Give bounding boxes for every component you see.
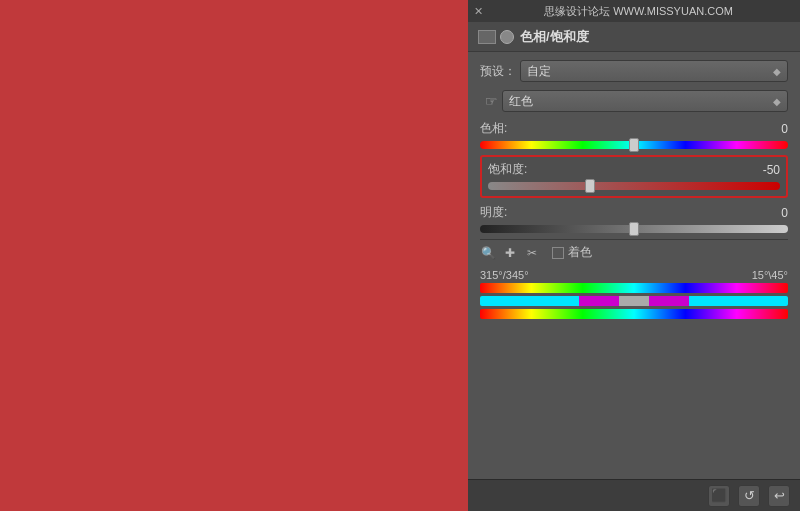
bar-seg-5	[689, 296, 788, 306]
sat-label-row: 饱和度: -50	[488, 161, 780, 178]
reset-button[interactable]: ↺	[738, 485, 760, 507]
panel-content: 预设： 自定 ◆ ☞ 红色 ◆ 色相: 0	[468, 52, 800, 479]
layers-button[interactable]: ⬛	[708, 485, 730, 507]
bottom-toolbar: ⬛ ↺ ↩	[468, 479, 800, 511]
eyedropper-add-icon[interactable]: ✚	[502, 245, 518, 261]
colorize-row: 🔍 ✚ ✂ 着色	[480, 244, 788, 261]
close-button[interactable]: ✕	[474, 5, 483, 18]
panel-icon1	[478, 30, 496, 44]
preset-label: 预设：	[480, 63, 520, 80]
light-label: 明度:	[480, 204, 507, 221]
top-bar: ✕ 思缘设计论坛 WWW.MISSYUAN.COM	[468, 0, 800, 22]
colorize-checkbox-area: 着色	[552, 244, 592, 261]
light-label-row: 明度: 0	[480, 204, 788, 221]
hue-label-row: 色相: 0	[480, 120, 788, 137]
right-panel: ✕ 思缘设计论坛 WWW.MISSYUAN.COM 色相/饱和度 预设： 自定 …	[468, 0, 800, 511]
sat-thumb[interactable]	[585, 179, 595, 193]
color-dropdown[interactable]: 红色 ◆	[502, 90, 788, 112]
rainbow-bar-top	[480, 283, 788, 293]
hue-label: 色相:	[480, 120, 507, 137]
bar-seg-2	[579, 296, 619, 306]
preset-value: 自定	[527, 63, 551, 80]
colorize-label: 着色	[568, 244, 592, 261]
lightness-section: 明度: 0	[480, 204, 788, 233]
gradient-bar-complex	[480, 296, 788, 306]
bar-seg-3	[619, 296, 649, 306]
hue-value: 0	[758, 122, 788, 136]
top-bar-title: 思缘设计论坛 WWW.MISSYUAN.COM	[483, 4, 794, 19]
preset-dropdown[interactable]: 自定 ◆	[520, 60, 788, 82]
sat-slider-track[interactable]	[488, 182, 780, 190]
back-button[interactable]: ↩	[768, 485, 790, 507]
range-right-label: 15°\45°	[752, 269, 788, 281]
preset-arrow-icon: ◆	[773, 66, 781, 77]
canvas-area	[0, 0, 468, 511]
hue-section: 色相: 0	[480, 120, 788, 149]
light-value: 0	[758, 206, 788, 220]
hue-slider-track[interactable]	[480, 141, 788, 149]
adjustment-title: 色相/饱和度	[520, 28, 589, 46]
light-slider-track[interactable]	[480, 225, 788, 233]
color-value: 红色	[509, 93, 533, 110]
preset-row: 预设： 自定 ◆	[480, 60, 788, 82]
panel-icon2	[500, 30, 514, 44]
range-left-label: 315°/345°	[480, 269, 529, 281]
panel-header: 色相/饱和度	[468, 22, 800, 52]
hue-thumb[interactable]	[629, 138, 639, 152]
eyedropper-icon[interactable]: 🔍	[480, 245, 496, 261]
color-bar-section: 315°/345° 15°\45°	[480, 269, 788, 319]
separator	[480, 239, 788, 240]
color-channel-row: ☞ 红色 ◆	[480, 90, 788, 112]
hand-icon: ☞	[480, 90, 502, 112]
rainbow-bar-bottom	[480, 309, 788, 319]
color-range-labels: 315°/345° 15°\45°	[480, 269, 788, 281]
saturation-section: 饱和度: -50	[480, 155, 788, 198]
light-thumb[interactable]	[629, 222, 639, 236]
sat-value: -50	[750, 163, 780, 177]
sat-label: 饱和度:	[488, 161, 527, 178]
bar-seg-1	[480, 296, 579, 306]
eyedropper-sub-icon[interactable]: ✂	[524, 245, 540, 261]
color-arrow-icon: ◆	[773, 96, 781, 107]
bar-seg-4	[649, 296, 689, 306]
colorize-checkbox[interactable]	[552, 247, 564, 259]
